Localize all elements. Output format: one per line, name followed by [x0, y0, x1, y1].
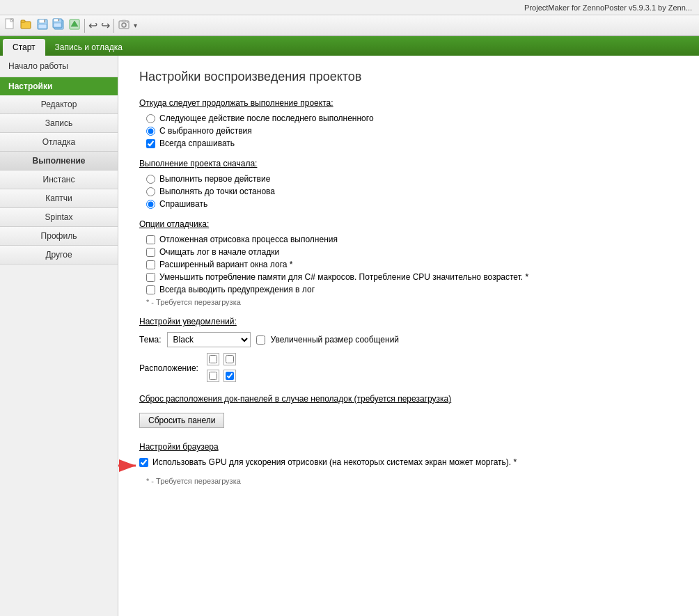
title-bar: ProjectMaker for ZennoPoster v5.9.3.1 by… [0, 0, 699, 15]
section-browser-label: Настройки браузера [139, 442, 678, 452]
position-cell-br[interactable] [223, 370, 236, 382]
section-dock-reset-label: Сброс расположения док-панелей в случае … [139, 394, 678, 404]
sidebar-item-other[interactable]: Другое [0, 246, 118, 264]
sidebar-item-record[interactable]: Запись [0, 114, 118, 133]
toolbar-sep-1 [84, 19, 85, 33]
section-notifications-label: Настройки уведомлений: [139, 317, 678, 326]
toolbar-sep-2 [113, 19, 114, 33]
svg-rect-14 [58, 19, 59, 21]
publish-icon[interactable] [67, 17, 82, 34]
tab-record-debug[interactable]: Запись и отладка [45, 39, 132, 56]
radio-first-action: Выполнить первое действие [146, 174, 678, 184]
tab-start[interactable]: Старт [3, 39, 45, 56]
svg-rect-5 [21, 20, 25, 22]
sidebar-item-instance[interactable]: Инстанс [0, 171, 118, 189]
continue-options: Следующее действие после последнего выпо… [146, 113, 678, 148]
app-title: ProjectMaker for ZennoPoster v5.9.3.1 by… [524, 3, 692, 12]
large-messages-label: Увеличенный размер сообщений [271, 335, 399, 345]
checkbox-always-warnings: Всегда выводить предупреждения в лог [146, 285, 678, 294]
sidebar-active-section[interactable]: Настройки [0, 77, 118, 95]
checkbox-clear-log-input[interactable] [146, 248, 155, 257]
checkbox-use-gpu-label: Использовать GPU для ускорения отрисовки… [152, 457, 517, 467]
svg-point-20 [127, 22, 128, 23]
red-arrow-annotation [118, 459, 143, 473]
checkbox-always-ask-input[interactable] [146, 139, 155, 148]
svg-rect-9 [44, 19, 45, 22]
position-checkbox-br[interactable] [226, 372, 234, 380]
radio-ask-start-label: Спрашивать [159, 199, 207, 209]
radio-from-selected-label: С выбранного действия [159, 126, 252, 136]
radio-from-selected: С выбранного действия [146, 126, 678, 136]
radio-to-breakpoint: Выполнять до точки останова [146, 187, 678, 196]
position-cell-tl[interactable] [207, 353, 219, 365]
reset-panels-button[interactable]: Сбросить панели [139, 413, 224, 428]
sidebar: Начало работы Настройки Редактор Запись … [0, 56, 118, 616]
redo-icon[interactable]: ↪ [100, 17, 111, 33]
sidebar-item-execution[interactable]: Выполнение [0, 152, 118, 171]
toolbar-icons: ↩ ↪ ▾ [3, 17, 139, 34]
position-label: Расположение: [139, 363, 198, 373]
position-grid [207, 353, 237, 384]
sidebar-item-editor[interactable]: Редактор [0, 95, 118, 114]
toolbar-dropdown-icon[interactable]: ▾ [132, 22, 139, 29]
sidebar-item-getting-started[interactable]: Начало работы [0, 56, 118, 77]
sidebar-item-debug[interactable]: Отладка [0, 133, 118, 152]
sidebar-item-profile[interactable]: Профиль [0, 227, 118, 246]
page-title: Настройки воспроизведения проектов [139, 70, 678, 84]
checkbox-always-ask-label: Всегда спрашивать [159, 139, 235, 148]
sidebar-item-captcha[interactable]: Каптчи [0, 189, 118, 208]
checkbox-reduce-memory: Уменьшить потребление памяти для C# макр… [146, 272, 678, 282]
checkbox-clear-log-label: Очищать лог в начале отладки [159, 247, 279, 257]
radio-to-breakpoint-label: Выполнять до точки останова [159, 187, 275, 196]
svg-rect-7 [39, 19, 45, 23]
checkbox-reduce-memory-label: Уменьшить потребление памяти для C# макр… [159, 272, 528, 282]
radio-from-selected-input[interactable] [146, 127, 155, 136]
theme-label: Тема: [139, 335, 162, 345]
checkbox-reduce-memory-input[interactable] [146, 273, 155, 282]
radio-next-action-label: Следующее действие после последнего выпо… [159, 113, 374, 123]
screenshot-icon[interactable] [116, 17, 132, 34]
save-all-icon[interactable] [51, 17, 66, 34]
position-checkbox-bl[interactable] [209, 372, 217, 380]
section-continue-label: Откуда следует продолжать выполнение про… [139, 98, 678, 108]
radio-first-action-input[interactable] [146, 175, 155, 184]
browser-options: Использовать GPU для ускорения отрисовки… [139, 457, 517, 470]
radio-ask-start-input[interactable] [146, 200, 155, 209]
position-cell-tr[interactable] [223, 353, 236, 365]
debugger-note: * - Требуется перезагрузка [146, 298, 678, 306]
checkbox-deferred-trace-label: Отложенная отрисовка процесса выполнения [159, 235, 338, 244]
new-icon[interactable] [3, 17, 18, 34]
content-area: Настройки воспроизведения проектов Откуд… [118, 56, 699, 616]
checkbox-deferred-trace-input[interactable] [146, 235, 155, 244]
debugger-options: Отложенная отрисовка процесса выполнения… [146, 235, 678, 294]
checkbox-always-ask: Всегда спрашивать [146, 139, 678, 148]
position-checkbox-tr[interactable] [226, 355, 234, 363]
checkbox-extended-log-input[interactable] [146, 260, 155, 269]
svg-rect-12 [54, 19, 58, 22]
svg-rect-8 [38, 24, 47, 29]
radio-next-action: Следующее действие после последнего выпо… [146, 113, 678, 123]
tabbar: Старт Запись и отладка [0, 36, 699, 56]
checkbox-always-warnings-label: Всегда выводить предупреждения в лог [159, 285, 315, 294]
position-checkbox-tl[interactable] [209, 355, 217, 363]
section-run-start-label: Выполнение проекта сначала: [139, 159, 678, 168]
checkbox-clear-log: Очищать лог в начале отладки [146, 247, 678, 257]
sidebar-item-spintax[interactable]: Spintax [0, 208, 118, 227]
toolbar: ↩ ↪ ▾ [0, 15, 699, 36]
position-cell-bl[interactable] [207, 370, 219, 382]
theme-dropdown[interactable]: Black White Dark [167, 332, 251, 347]
notification-theme-row: Тема: Black White Dark Увеличенный разме… [139, 332, 678, 347]
checkbox-extended-log-label: Расширенный вариант окна лога * [159, 260, 292, 269]
save-icon[interactable] [35, 17, 50, 34]
radio-first-action-label: Выполнить первое действие [159, 174, 270, 184]
checkbox-always-warnings-input[interactable] [146, 285, 155, 294]
radio-next-action-input[interactable] [146, 114, 155, 123]
section-debugger-label: Опции отладчика: [139, 219, 678, 229]
undo-icon[interactable]: ↩ [87, 17, 99, 33]
browser-note: * - Требуется перезагрузка [146, 477, 678, 485]
radio-to-breakpoint-input[interactable] [146, 187, 155, 196]
open-icon[interactable] [19, 17, 34, 34]
svg-rect-13 [54, 23, 61, 27]
checkbox-large-messages[interactable] [256, 335, 265, 345]
browser-section-wrapper: Использовать GPU для ускорения отрисовки… [139, 457, 678, 473]
